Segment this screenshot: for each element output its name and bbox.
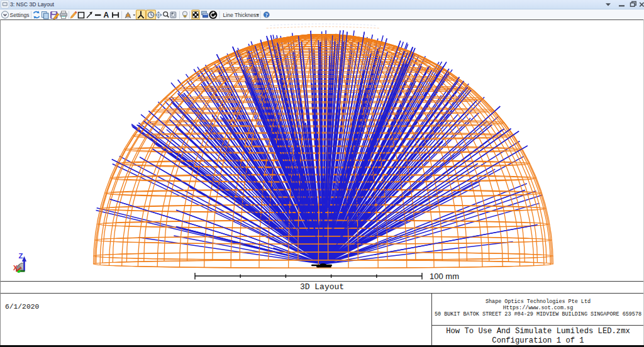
- svg-text:Line Thickness: Line Thickness: [223, 12, 259, 18]
- svg-text:3: NSC 3D Layout: 3: NSC 3D Layout: [10, 1, 55, 8]
- svg-text:Settings: Settings: [10, 12, 30, 18]
- svg-text:A: A: [104, 11, 109, 19]
- svg-text:100 mm: 100 mm: [430, 272, 459, 281]
- svg-text:Z: Z: [19, 252, 23, 260]
- svg-text:?: ?: [265, 12, 268, 18]
